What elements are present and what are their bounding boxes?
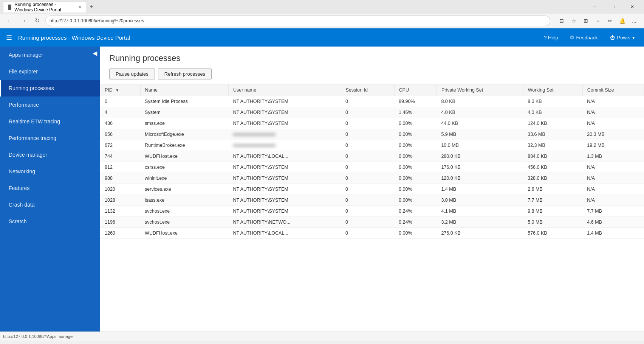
user-cell: NT AUTHORITY\SYSTEM xyxy=(233,121,288,126)
cell-name: System Idle Process xyxy=(140,96,228,107)
refresh-button[interactable]: ↻ xyxy=(32,16,42,26)
col-username[interactable]: User name xyxy=(228,84,341,96)
sidebar-item-realtime-etw-tracing[interactable]: Realtime ETW tracing xyxy=(0,113,100,130)
col-session[interactable]: Session Id xyxy=(341,84,394,96)
minimize-button[interactable]: − xyxy=(586,1,603,13)
browser-chrome: Running processes - Windows Device Porta… xyxy=(0,0,644,28)
refresh-processes-button[interactable]: Refresh processes xyxy=(158,68,212,79)
table-row: 436 smss.exe NT AUTHORITY\SYSTEM 0 0.00%… xyxy=(100,118,644,129)
table-row: 656 MicrosoftEdge.exe xxxxxxxxxxxxxxxxxx… xyxy=(100,129,644,140)
feedback-button[interactable]: © Feedback xyxy=(567,33,601,42)
feedback-label: Feedback xyxy=(576,35,598,40)
cell-private-ws: 4.1 MB xyxy=(437,206,523,217)
cell-pid: 988 xyxy=(100,173,140,184)
cell-working-set: 456.0 KB xyxy=(523,162,582,173)
cell-private-ws: 10.0 MB xyxy=(437,140,523,151)
main-layout: ◀ Apps managerFile explorerRunning proce… xyxy=(0,47,644,332)
cell-commit: N/A xyxy=(582,173,644,184)
maximize-button[interactable]: □ xyxy=(605,1,622,13)
sidebar-item-networking[interactable]: Networking xyxy=(0,163,100,180)
col-cpu[interactable]: CPU xyxy=(394,84,437,96)
col-pid[interactable]: PID ▼ xyxy=(100,84,140,96)
cell-commit: 20.3 MB xyxy=(582,129,644,140)
cell-working-set: 884.0 KB xyxy=(523,151,582,162)
cell-user: NT AUTHORITY\SYSTEM xyxy=(228,206,341,217)
col-name[interactable]: Name xyxy=(140,84,228,96)
close-button[interactable]: ✕ xyxy=(624,1,641,13)
cell-name: svchost.exe xyxy=(140,206,228,217)
tab-favicon xyxy=(8,5,11,10)
user-cell: xxxxxxxxxxxxxxxxxx xyxy=(233,143,276,148)
cell-working-set: 7.7 MB xyxy=(523,195,582,206)
cell-pid: 1132 xyxy=(100,206,140,217)
cell-session: 0 xyxy=(341,228,394,239)
reader-view-button[interactable]: ⊟ xyxy=(556,16,567,26)
user-cell: NT AUTHORITY\SYSTEM xyxy=(233,165,288,170)
cell-pid: 744 xyxy=(100,151,140,162)
cell-pid: 1196 xyxy=(100,217,140,228)
address-input[interactable] xyxy=(45,16,550,26)
sidebar-item-performance[interactable]: Performance xyxy=(0,97,100,113)
hub-button[interactable]: ⊞ xyxy=(581,16,591,26)
cell-pid: 1028 xyxy=(100,195,140,206)
back-button[interactable]: ← xyxy=(5,16,15,26)
power-button[interactable]: ⏻ Power ▾ xyxy=(607,33,638,42)
cell-cpu: 0.24% xyxy=(394,217,437,228)
pause-updates-button[interactable]: Pause updates xyxy=(109,68,155,79)
cell-working-set: 5.0 MB xyxy=(523,217,582,228)
sidebar-item-apps-manager[interactable]: Apps manager xyxy=(0,47,100,63)
sort-indicator: ▼ xyxy=(115,88,119,92)
hamburger-icon[interactable]: ☰ xyxy=(6,33,12,42)
table-row: 1260 WUDFHost.exe NT AUTHORITY\LOCAL... … xyxy=(100,228,644,239)
new-tab-button[interactable]: + xyxy=(86,2,97,12)
more-button[interactable]: ... xyxy=(629,16,639,26)
sidebar-item-crash-data[interactable]: Crash data xyxy=(0,196,100,213)
cell-session: 0 xyxy=(341,162,394,173)
cell-session: 0 xyxy=(341,107,394,118)
cell-name: WUDFHost.exe xyxy=(140,228,228,239)
sidebar-item-device-manager[interactable]: Device manager xyxy=(0,146,100,163)
tab-close-btn[interactable]: ✕ xyxy=(78,5,81,9)
cell-private-ws: 3.0 MB xyxy=(437,195,523,206)
notifications-button[interactable]: 🔔 xyxy=(617,16,627,26)
col-commit[interactable]: Commit Size xyxy=(582,84,644,96)
cell-cpu: 0.24% xyxy=(394,206,437,217)
feedback-icon: © xyxy=(570,35,574,40)
header-actions: ? Help © Feedback ⏻ Power ▾ xyxy=(541,33,638,42)
sidebar-item-running-processes[interactable]: Running processes xyxy=(0,80,100,97)
cell-user: NT AUTHORITY\SYSTEM xyxy=(228,96,341,107)
user-cell: NT AUTHORITY\LOCAL... xyxy=(233,230,288,236)
cell-commit: N/A xyxy=(582,162,644,173)
sidebar-item-performance-tracing[interactable]: Performance tracing xyxy=(0,130,100,146)
cell-working-set: 124.0 KB xyxy=(523,118,582,129)
forward-button[interactable]: → xyxy=(18,16,29,26)
cell-working-set: 9.8 MB xyxy=(523,206,582,217)
sidebar-collapse-button[interactable]: ◀ xyxy=(93,50,97,57)
cell-session: 0 xyxy=(341,206,394,217)
status-bar: http://127.0.0.1:10080/#Apps manager xyxy=(0,332,644,341)
notes-button[interactable]: ✏ xyxy=(605,16,615,26)
user-cell: NT AUTHORITY\SYSTEM xyxy=(233,209,288,214)
settings-button[interactable]: ≡ xyxy=(593,16,603,26)
browser-tab[interactable]: Running processes - Windows Device Porta… xyxy=(3,1,86,12)
col-private-ws[interactable]: Private Working Set xyxy=(437,84,523,96)
user-cell: NT AUTHORITY\NETWO... xyxy=(233,219,290,225)
table-row: 672 RuntimeBroker.exe xxxxxxxxxxxxxxxxxx… xyxy=(100,140,644,151)
process-table-body: 0 System Idle Process NT AUTHORITY\SYSTE… xyxy=(100,96,644,239)
cell-session: 0 xyxy=(341,217,394,228)
cell-user: NT AUTHORITY\SYSTEM xyxy=(228,184,341,195)
col-working-set[interactable]: Working Set xyxy=(523,84,582,96)
sidebar-item-scratch[interactable]: Scratch xyxy=(0,213,100,230)
user-cell: NT AUTHORITY\SYSTEM xyxy=(233,110,288,115)
page-title: Running processes xyxy=(109,53,635,63)
cell-user: xxxxxxxxxxxxxxxxxx xyxy=(228,129,341,140)
sidebar-item-file-explorer[interactable]: File explorer xyxy=(0,63,100,80)
table-row: 1196 svchost.exe NT AUTHORITY\NETWO... 0… xyxy=(100,217,644,228)
processes-table-container[interactable]: PID ▼ Name User name Session Id CPU Priv… xyxy=(100,84,644,332)
help-button[interactable]: ? Help xyxy=(541,33,561,42)
cell-cpu: 1.46% xyxy=(394,107,437,118)
sidebar-item-features[interactable]: Features xyxy=(0,180,100,196)
user-cell: NT AUTHORITY\SYSTEM xyxy=(233,176,288,181)
cell-commit: N/A xyxy=(582,96,644,107)
favorites-button[interactable]: ☆ xyxy=(568,16,579,26)
